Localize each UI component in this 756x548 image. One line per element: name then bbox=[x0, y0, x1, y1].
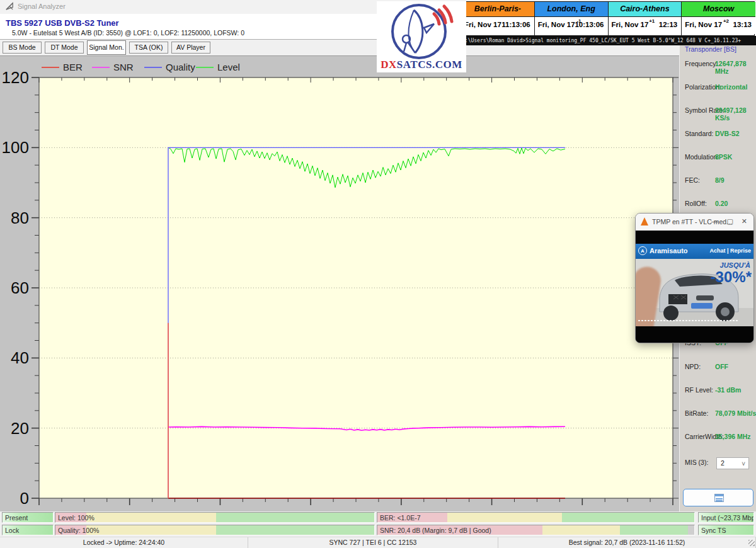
row-value: DVB-S2 bbox=[715, 130, 740, 137]
row-label: Standard: bbox=[685, 130, 714, 137]
clock-moscow: MoscowFri, Nov 17+213:13 bbox=[682, 2, 755, 35]
indicator-label: Lock bbox=[5, 527, 19, 534]
meter-level: Level: 100% bbox=[55, 512, 375, 523]
signal-chart-panel: BERSNRQualityLevel 020406080100120 bbox=[0, 55, 679, 511]
legend-color-line bbox=[92, 67, 110, 68]
video-letterbox-top bbox=[636, 231, 753, 244]
world-clocks: Berlin-Paris-Vienna-RomaFri, Nov 1711:13… bbox=[461, 1, 755, 36]
transponder-row-frequency: Frequency:12647,878 MHz bbox=[680, 60, 756, 69]
signal-chart: 020406080100120 bbox=[0, 56, 679, 511]
row-value: 0.20 bbox=[715, 200, 728, 207]
row-value: OFF bbox=[715, 363, 728, 370]
aramisauto-logo-icon: A bbox=[638, 246, 647, 255]
vlc-video-area[interactable]: A Aramisauto Achat | Reprise JUSQU'À -30… bbox=[636, 231, 753, 343]
meter-segment-green bbox=[562, 513, 694, 522]
clock-time-row: Fri, Nov 17+213:13 bbox=[682, 17, 755, 34]
close-icon[interactable]: ✕ bbox=[742, 217, 747, 225]
ts-record-icon bbox=[714, 494, 724, 502]
dxsatcs-logo-text: DXSATCS.COM bbox=[377, 59, 466, 71]
row-label: NPD: bbox=[685, 363, 701, 370]
tab-dt-mode[interactable]: DT Mode bbox=[45, 42, 84, 54]
maximize-icon[interactable]: ▢ bbox=[727, 217, 733, 225]
row-label: BitRate: bbox=[685, 409, 708, 417]
tab-signal-mon[interactable]: Signal Mon. bbox=[87, 40, 126, 55]
video-letterbox-bottom bbox=[636, 326, 753, 343]
transponder-row-standard: Standard:DVB-S2 bbox=[680, 130, 756, 139]
indicator-present: Present bbox=[2, 512, 54, 523]
row-value: -31 dBm bbox=[715, 386, 741, 394]
dxsatcs-logo: DXSATCS.COM bbox=[377, 1, 466, 72]
meter-snr: SNR: 20,4 dB (Margin: 9,7 dB | Good) bbox=[377, 525, 695, 535]
tab-av-player[interactable]: AV Player bbox=[171, 42, 210, 54]
mis-selected-value: 2 bbox=[721, 459, 724, 467]
legend-label: Quality bbox=[166, 62, 195, 72]
transponder-row-bitrate: BitRate:78,079 Mbit/s bbox=[680, 409, 756, 418]
meter-segment-green bbox=[216, 513, 374, 522]
row-label: FEC: bbox=[685, 176, 700, 184]
clock-city-label: Cairo-Athens bbox=[609, 2, 682, 17]
legend-item-ber: BER bbox=[42, 62, 89, 73]
ad-video-scene: JUSQU'À -30%* bbox=[636, 259, 753, 326]
mis-label: MIS (3): bbox=[685, 459, 708, 466]
ad-banner: A Aramisauto Achat | Reprise bbox=[636, 244, 753, 259]
ad-banner-links: Achat | Reprise bbox=[709, 248, 751, 254]
transport-stream-button[interactable] bbox=[683, 489, 753, 506]
meter-text: BER: <1.0E-7 bbox=[380, 514, 421, 522]
svg-text:100: 100 bbox=[2, 138, 29, 157]
svg-text:120: 120 bbox=[2, 68, 29, 87]
status-segment-0: Locked -> Uptime: 24:24:40 bbox=[0, 537, 248, 548]
status-segment-1: SYNC 727 | TEI 6 | CC 12153 bbox=[248, 537, 498, 548]
row-value: 78,079 Mbit/s bbox=[715, 409, 756, 417]
row-value: 8/9 bbox=[715, 176, 724, 184]
meter-text: Level: 100% bbox=[58, 514, 94, 522]
row-value: Horizontal bbox=[715, 83, 747, 91]
transponder-panel-title: Transponder [BS] bbox=[685, 45, 736, 53]
vlc-window-title: TPMP en #TT - VLC med... bbox=[652, 218, 732, 225]
svg-text:80: 80 bbox=[11, 208, 29, 227]
legend-label: BER bbox=[63, 62, 83, 72]
meter-segment-yellow bbox=[447, 513, 562, 522]
clock-city-label: Berlin-Paris-Vienna-Roma bbox=[461, 2, 534, 17]
meter-text: SNR: 20,4 dB (Margin: 9,7 dB | Good) bbox=[380, 527, 491, 534]
indicator-lock: Lock bbox=[2, 525, 54, 535]
minimize-icon[interactable]: — bbox=[711, 217, 718, 225]
transponder-row-modulation: Modulation:8PSK bbox=[680, 153, 756, 162]
mis-select[interactable]: 2 ˅ bbox=[716, 457, 749, 469]
tab-bs-mode[interactable]: BS Mode bbox=[3, 42, 42, 54]
clock-time: 11:13:06 bbox=[501, 21, 530, 28]
window-title: Signal Analyzer bbox=[18, 3, 66, 10]
chevron-down-icon: ˅ bbox=[742, 459, 745, 469]
legend-item-snr: SNR bbox=[92, 62, 139, 73]
legend-color-line bbox=[196, 67, 214, 68]
tab-bar: BS ModeDT ModeSignal Mon.TSA (OK)AV Play… bbox=[3, 40, 381, 55]
dxsatcs-logo-icon bbox=[387, 3, 455, 60]
clock-date: Fri, Nov 17 bbox=[464, 21, 501, 28]
row-label: RF Level: bbox=[685, 386, 713, 394]
svg-text:20: 20 bbox=[11, 419, 29, 438]
promo-text-large: -30%* bbox=[711, 268, 752, 286]
resize-grip-icon[interactable] bbox=[748, 540, 755, 546]
clock-cairo-athens: Cairo-AthensFri, Nov 17+112:13 bbox=[609, 2, 682, 35]
meter-segment-green bbox=[620, 525, 688, 535]
meter-segment-yellow bbox=[86, 525, 215, 535]
signal-analyzer-app-icon bbox=[5, 2, 14, 11]
legend-item-level: Level bbox=[196, 62, 243, 73]
transponder-row-rolloff: RollOff:0.20 bbox=[680, 200, 756, 208]
tab-tsa-ok[interactable]: TSA (OK) bbox=[129, 42, 168, 54]
transponder-row-carrierwidth: CarrierWidth:35,396 MHz bbox=[680, 433, 756, 442]
vlc-window[interactable]: TPMP en #TT - VLC med... — ▢ ✕ A Aramisa… bbox=[635, 213, 754, 343]
status-bar: Locked -> Uptime: 24:24:40SYNC 727 | TEI… bbox=[0, 537, 756, 548]
transponder-row-fec: FEC:8/9 bbox=[680, 176, 756, 185]
clock-date: Fri, Nov 17 bbox=[612, 21, 649, 28]
clock-city-label: Moscow bbox=[682, 2, 755, 17]
clock-berlin-paris-vienna-roma: Berlin-Paris-Vienna-RomaFri, Nov 1711:13… bbox=[461, 2, 535, 35]
legend-color-line bbox=[144, 67, 162, 68]
svg-text:60: 60 bbox=[11, 278, 29, 297]
transponder-row-npd: NPD:OFF bbox=[680, 363, 756, 372]
meter-quality: Quality: 100% bbox=[55, 525, 375, 535]
vlc-titlebar[interactable]: TPMP en #TT - VLC med... — ▢ ✕ bbox=[636, 214, 753, 231]
clock-date: Fri, Nov 17 bbox=[538, 21, 575, 28]
transponder-row-symbol-rate: Symbol Rate:29497,128 KS/s bbox=[680, 106, 756, 115]
clock-utc-offset: +2 bbox=[723, 18, 729, 24]
ad-brand-name: Aramisauto bbox=[650, 247, 688, 254]
